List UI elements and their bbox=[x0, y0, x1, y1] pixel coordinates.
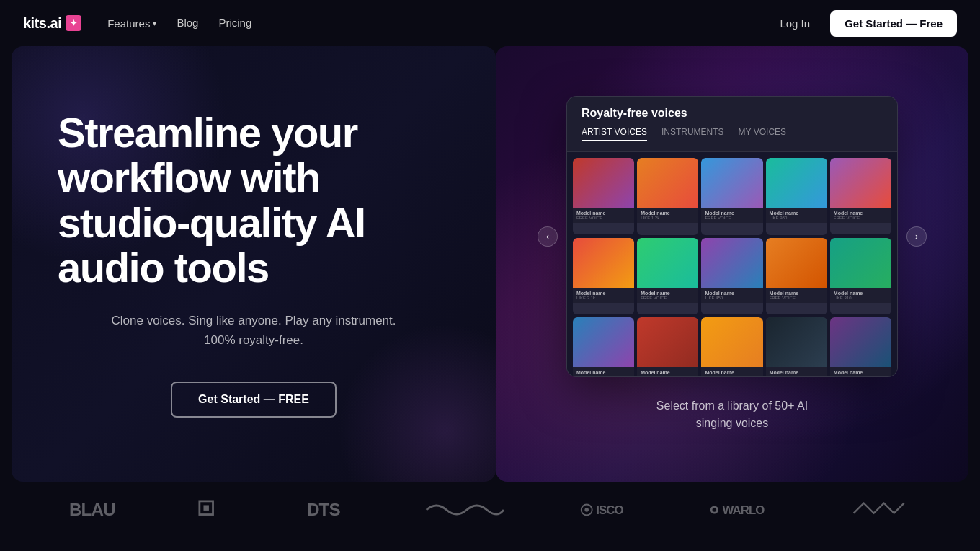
nav-left: kits.ai ✦ Features ▾ Blog Pricing bbox=[23, 15, 251, 32]
dts-logo-icon: DTS bbox=[307, 500, 347, 520]
partner-logo-7 bbox=[850, 500, 911, 524]
voice-card[interactable]: Model name LIKE 450 bbox=[701, 238, 762, 315]
svg-text:warlo: warlo bbox=[723, 503, 765, 517]
navbar: kits.ai ✦ Features ▾ Blog Pricing bbox=[0, 0, 980, 46]
partner-logo-warlo: warlo bbox=[708, 500, 775, 524]
voice-card[interactable]: Model name FREE VOICE bbox=[830, 317, 891, 377]
grid-logo-icon bbox=[198, 500, 232, 520]
nav-item-blog[interactable]: Blog bbox=[177, 17, 198, 30]
voice-card[interactable]: Model name FREE VOICE bbox=[701, 158, 762, 235]
blau-logo-icon: BLAU bbox=[69, 500, 123, 520]
voice-tag: FREE VOICE bbox=[576, 216, 631, 220]
voice-tag: FREE VOICE bbox=[834, 375, 888, 377]
voice-card[interactable]: Model name FREE VOICE bbox=[573, 158, 634, 234]
nav-item-features[interactable]: Features ▾ bbox=[107, 17, 156, 30]
voice-name: Model name bbox=[770, 291, 824, 296]
voice-tag: FREE VOICE bbox=[705, 375, 759, 377]
voice-tag: FREE VOICE bbox=[641, 296, 695, 300]
voice-name: Model name bbox=[834, 370, 888, 375]
voice-name: Model name bbox=[641, 211, 695, 216]
voice-tag: LIKE 750 bbox=[641, 375, 695, 377]
voice-tag: LIKE 580 bbox=[770, 375, 824, 377]
voice-card[interactable]: Model name FREE VOICE bbox=[701, 317, 762, 377]
svg-point-5 bbox=[584, 508, 589, 512]
mockup-tabs: ARTIST VOICES INSTRUMENTS MY VOICES bbox=[582, 127, 883, 141]
partner-logo-wave bbox=[423, 500, 504, 524]
logo-icon: ✦ bbox=[66, 15, 81, 31]
voice-name: Model name bbox=[641, 370, 695, 375]
voice-card[interactable]: Model name FREE VOICE bbox=[573, 317, 634, 377]
mockup-title: Royalty-free voices bbox=[582, 107, 883, 120]
chevron-down-icon: ▾ bbox=[153, 19, 156, 27]
hero-right: ‹ Royalty-free voices ARTIST VOICES INST… bbox=[496, 46, 968, 482]
voice-tag: FREE VOICE bbox=[576, 375, 631, 377]
logo[interactable]: kits.ai ✦ bbox=[23, 15, 81, 32]
features-link[interactable]: Features ▾ bbox=[107, 17, 156, 30]
voice-card[interactable]: Model name LIKE 1.2k bbox=[637, 158, 698, 235]
hero-subtext: Clone voices. Sing like anyone. Play any… bbox=[102, 311, 405, 350]
voice-card[interactable]: Model name FREE VOICE bbox=[830, 158, 891, 234]
voice-card[interactable]: Model name LIKE 580 bbox=[766, 317, 827, 377]
blog-link[interactable]: Blog bbox=[177, 17, 198, 29]
voice-name: Model name bbox=[834, 291, 888, 296]
blog-label: Blog bbox=[177, 17, 198, 29]
warlo-logo-icon: warlo bbox=[708, 500, 775, 520]
voice-name: Model name bbox=[770, 370, 824, 375]
partner7-logo-icon bbox=[850, 500, 911, 520]
hero-cta-button[interactable]: Get Started — FREE bbox=[171, 382, 337, 418]
nav-links: Features ▾ Blog Pricing bbox=[107, 17, 251, 30]
partner-logo-disco: isco bbox=[579, 500, 633, 524]
voice-name: Model name bbox=[705, 291, 759, 296]
svg-point-8 bbox=[713, 508, 717, 512]
voice-name: Model name bbox=[834, 211, 888, 216]
features-label: Features bbox=[107, 17, 150, 30]
nav-item-pricing[interactable]: Pricing bbox=[218, 17, 251, 30]
voice-card[interactable]: Model name LIKE 980 bbox=[766, 158, 827, 235]
voice-name: Model name bbox=[705, 211, 759, 216]
hero-section: Streamline your workflow with studio-qua… bbox=[0, 46, 980, 482]
voice-tag: LIKE 2.1k bbox=[576, 296, 631, 300]
voice-tag: LIKE 980 bbox=[770, 216, 824, 220]
app-mockup: Royalty-free voices ARTIST VOICES INSTRU… bbox=[566, 96, 898, 377]
carousel-prev-button[interactable]: ‹ bbox=[538, 226, 558, 247]
partner-logo-dts: DTS bbox=[307, 500, 347, 524]
svg-text:DTS: DTS bbox=[307, 500, 340, 519]
hero-left: Streamline your workflow with studio-qua… bbox=[12, 46, 496, 482]
svg-text:BLAU: BLAU bbox=[69, 500, 115, 519]
partner-logo-2 bbox=[198, 500, 232, 524]
voice-card[interactable]: Model name FREE VOICE bbox=[637, 238, 698, 315]
voice-name: Model name bbox=[576, 211, 631, 216]
login-button[interactable]: Log In bbox=[771, 12, 819, 35]
wave-logo-icon bbox=[423, 500, 504, 520]
tab-artist-voices[interactable]: ARTIST VOICES bbox=[582, 127, 647, 141]
voice-tag: LIKE 1.2k bbox=[641, 216, 695, 220]
tab-my-voices[interactable]: MY VOICES bbox=[739, 127, 786, 141]
hero-caption-line1: Select from a library of 50+ AI bbox=[656, 400, 808, 412]
carousel-next-button[interactable]: › bbox=[906, 226, 927, 247]
svg-rect-2 bbox=[204, 505, 209, 510]
voice-tag: FREE VOICE bbox=[705, 216, 759, 220]
tab-instruments[interactable]: INSTRUMENTS bbox=[662, 127, 724, 141]
voice-card[interactable]: Model name LIKE 310 bbox=[830, 238, 891, 314]
voice-tag: LIKE 310 bbox=[834, 296, 888, 300]
partner-logo-blau: BLAU bbox=[69, 500, 123, 524]
voice-card[interactable]: Model name FREE VOICE bbox=[766, 238, 827, 315]
pricing-label: Pricing bbox=[218, 17, 251, 29]
voice-card[interactable]: Model name LIKE 750 bbox=[637, 317, 698, 377]
logos-strip: BLAU DTS isco warlo bbox=[0, 482, 980, 542]
voice-name: Model name bbox=[576, 291, 631, 296]
app-mockup-wrapper: ‹ Royalty-free voices ARTIST VOICES INST… bbox=[566, 96, 898, 377]
pricing-link[interactable]: Pricing bbox=[218, 17, 251, 29]
nav-right: Log In Get Started — Free bbox=[771, 10, 957, 37]
disco-logo-icon: isco bbox=[579, 500, 633, 520]
voices-grid: Model name FREE VOICE Model name LIKE 1.… bbox=[567, 152, 897, 377]
get-started-nav-button[interactable]: Get Started — Free bbox=[830, 10, 957, 37]
logo-text: kits.ai bbox=[23, 15, 61, 32]
voice-name: Model name bbox=[576, 370, 631, 375]
voice-card[interactable]: Model name LIKE 2.1k bbox=[573, 238, 634, 314]
voice-tag: FREE VOICE bbox=[834, 216, 888, 220]
mockup-header: Royalty-free voices ARTIST VOICES INSTRU… bbox=[567, 97, 897, 152]
svg-text:isco: isco bbox=[596, 503, 623, 517]
hero-caption: Select from a library of 50+ AI singing … bbox=[656, 397, 808, 432]
hero-caption-line2: singing voices bbox=[696, 417, 769, 429]
